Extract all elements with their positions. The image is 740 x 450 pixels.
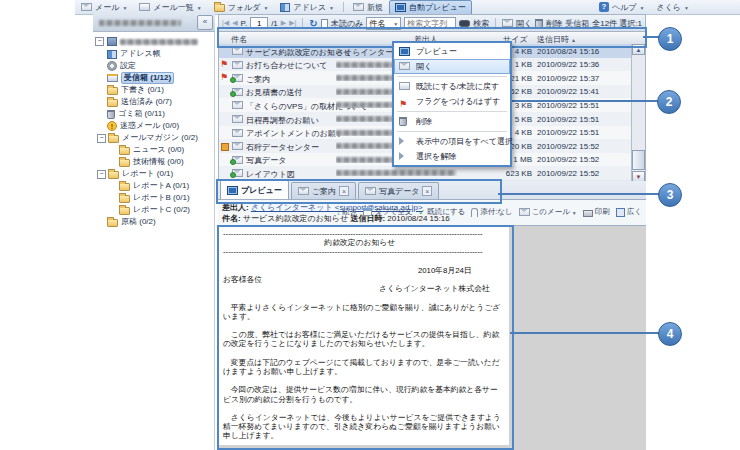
- mail-date: 2010/09/22 15:41: [537, 87, 599, 96]
- flag-icon: [220, 73, 228, 82]
- flag-icon: [399, 97, 407, 112]
- sidebar-item-address-book[interactable]: アドレス帳: [93, 48, 214, 60]
- toolbar-mail-list-button[interactable]: メール一覧: [133, 0, 207, 15]
- account-root-node[interactable]: [93, 32, 214, 48]
- tab-label: 写真データ: [379, 186, 419, 197]
- sidebar-item-mailmag[interactable]: メールマガジン (0/2): [93, 132, 214, 144]
- this-mail-icon: [519, 208, 530, 216]
- action-widen-button[interactable]: 広く: [616, 207, 642, 217]
- search-input[interactable]: [404, 17, 456, 29]
- sidebar-item-sent[interactable]: 送信済み (0/7): [93, 96, 214, 108]
- sidebar-item-inbox[interactable]: 受信箱 (1/12): [93, 72, 214, 84]
- action-label: 添付:なし: [480, 207, 512, 217]
- callout-badge-1: 1: [658, 27, 682, 51]
- refresh-icon[interactable]: [309, 18, 317, 29]
- action-label: 既読にする: [427, 207, 465, 217]
- close-icon[interactable]: [339, 186, 349, 196]
- menu-item-label: 削除: [416, 117, 432, 126]
- scroll-up-icon[interactable]: [632, 44, 645, 55]
- action-mark-read-button[interactable]: 既読にする: [418, 207, 465, 217]
- sidebar-item-settings[interactable]: 設定: [93, 60, 214, 72]
- folder-label: 設定: [120, 61, 136, 71]
- sidebar-collapse-button[interactable]: [197, 15, 213, 30]
- tab-preview[interactable]: プレビュー: [220, 180, 289, 199]
- from-label: 差出人:: [222, 203, 249, 212]
- action-full-tab-button[interactable]: タブで全文: [363, 207, 412, 217]
- delete-icon: [535, 19, 543, 28]
- expand-toggle-icon[interactable]: [97, 170, 106, 179]
- context-menu-item-preview[interactable]: プレビュー: [394, 44, 510, 59]
- tab-info[interactable]: ご案内: [291, 182, 356, 199]
- close-icon[interactable]: [422, 186, 432, 196]
- sidebar-item-news[interactable]: ニュース (0/0): [93, 144, 214, 156]
- toolbar-button-label: メール: [95, 2, 119, 13]
- toolbar-sakura-button[interactable]: さくら: [650, 0, 695, 15]
- chevron-down-icon: [329, 3, 334, 12]
- toolbar-help-button[interactable]: ヘルプ: [593, 0, 651, 15]
- list-scrollbar[interactable]: [631, 44, 645, 182]
- unread-only-checkbox[interactable]: [321, 19, 328, 28]
- sidebar-item-report-a[interactable]: レポートA (0/1): [93, 180, 214, 192]
- toolbar-folder-button[interactable]: フォルダ: [208, 0, 275, 15]
- message-actions: 続きタブで全文既読にする添付:なしこのメール印刷広く: [336, 207, 642, 217]
- toolbar-button-label: フォルダ: [228, 2, 261, 13]
- expand-toggle-icon[interactable]: [95, 37, 104, 46]
- mail-subject: 日程再調整のお願い: [246, 115, 319, 126]
- action-attachment-button[interactable]: 添付:なし: [471, 207, 512, 217]
- delete-button[interactable]: 削除: [546, 18, 562, 29]
- account-bar: [93, 14, 215, 32]
- preview-pane: ----------------------------------------…: [218, 226, 646, 450]
- sidebar-item-report-c[interactable]: レポートC (0/2): [93, 204, 214, 216]
- mail-row[interactable]: レイアウト図623 KB2010/09/22 15:52: [219, 166, 631, 181]
- toolbar-address-button[interactable]: アドレス: [274, 0, 340, 15]
- sidebar-item-drafts[interactable]: 下書き (0/1): [93, 84, 214, 96]
- toolbar-new-button[interactable]: 新規: [347, 0, 389, 15]
- prev-page-button[interactable]: [232, 19, 237, 27]
- search-button[interactable]: 検索: [473, 18, 489, 29]
- chevron-down-icon: [263, 3, 268, 12]
- folder-icon: [108, 135, 119, 143]
- search-scope-select[interactable]: 件名: [366, 17, 401, 30]
- toolbar-auto-preview-button[interactable]: 自動プレビュー: [389, 0, 472, 15]
- context-menu-item-flag[interactable]: フラグをつける/はずす: [394, 94, 510, 109]
- folder-tree: アドレス帳設定受信箱 (1/12)下書き (0/1)送信済み (0/7)ゴミ箱 …: [93, 48, 214, 228]
- open-icon: [399, 62, 410, 70]
- current-mailbox-label: 受信箱: [565, 18, 589, 29]
- sidebar-item-report[interactable]: レポート (0/1): [93, 168, 214, 180]
- page-number-input[interactable]: [250, 17, 268, 29]
- webmail-app: メールメール一覧フォルダアドレス新規自動プレビュー ヘルプさくら P. /1 未…: [0, 0, 740, 450]
- last-page-button[interactable]: [289, 19, 296, 27]
- action-this-mail-button[interactable]: このメール: [519, 207, 577, 217]
- action-more-button[interactable]: 続き: [336, 207, 357, 217]
- sidebar-item-report-b[interactable]: レポートB (0/1): [93, 192, 214, 204]
- context-menu-item-open[interactable]: 開く: [394, 59, 510, 74]
- envelope-icon: [232, 169, 243, 177]
- subject-value: サービス約款改定のお知らせ: [243, 214, 348, 223]
- action-print-button[interactable]: 印刷: [583, 207, 610, 217]
- sender-blurred: [336, 170, 456, 176]
- expand-toggle-icon[interactable]: [97, 134, 106, 143]
- sidebar-item-trash[interactable]: ゴミ箱 (0/11): [93, 108, 214, 120]
- open-button[interactable]: 開く: [516, 18, 532, 29]
- context-menu-item-delete[interactable]: 削除: [394, 114, 510, 129]
- envelope-icon: [232, 101, 243, 109]
- search-scope-value: 件名: [369, 18, 385, 29]
- callout-line-3: [498, 193, 659, 195]
- folder-label: 原稿 (0/2): [121, 217, 156, 227]
- context-menu-item-mark-read[interactable]: 既読にする/未読に戻す: [394, 79, 510, 94]
- sidebar-item-tech-info[interactable]: 技術情報 (0/0): [93, 156, 214, 168]
- first-page-button[interactable]: [222, 19, 229, 27]
- sidebar-item-draft-docs[interactable]: 原稿 (0/2): [93, 216, 214, 228]
- message-header: 差出人: さくらインターネット <support@sakura.ad.jp> 件…: [218, 200, 646, 226]
- context-menu-item-select-all[interactable]: 表示中の項目をすべて選択: [394, 134, 510, 149]
- context-menu-item-deselect[interactable]: 選択を解除: [394, 149, 510, 164]
- next-page-button[interactable]: [281, 19, 286, 27]
- mail-icon: [81, 3, 92, 11]
- menu-item-label: 選択を解除: [416, 152, 456, 161]
- scrollbar-thumb[interactable]: [632, 150, 645, 170]
- sidebar-item-junk[interactable]: 迷惑メール (0/0): [93, 120, 214, 132]
- folder-label: レポート (0/1): [122, 169, 173, 179]
- tab-photo-data[interactable]: 写真データ: [358, 182, 439, 199]
- toolbar-button-label: アドレス: [293, 2, 326, 13]
- toolbar-mail-button[interactable]: メール: [75, 0, 133, 15]
